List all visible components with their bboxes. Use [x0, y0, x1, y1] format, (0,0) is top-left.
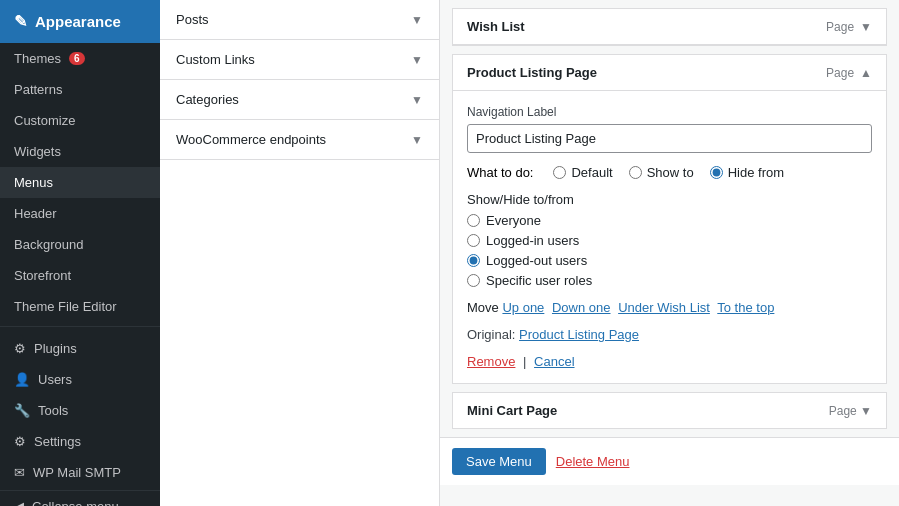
wish-list-card-header[interactable]: Wish List Page ▼ [453, 9, 886, 45]
sidebar-item-label: Users [38, 372, 72, 387]
sidebar-item-settings[interactable]: ⚙ Settings [0, 424, 160, 455]
original-link[interactable]: Product Listing Page [519, 327, 639, 342]
radio-specific-roles[interactable]: Specific user roles [467, 273, 872, 288]
mini-cart-title: Mini Cart Page [467, 403, 557, 418]
radio-specific-roles-input[interactable] [467, 274, 480, 287]
accordion-categories-header[interactable]: Categories ▼ [160, 80, 439, 119]
chevron-down-icon: ▼ [411, 13, 423, 27]
save-menu-button[interactable]: Save Menu [452, 448, 546, 475]
show-hide-label: Show/Hide to/from [467, 192, 872, 207]
mini-cart-type: Page [829, 404, 857, 418]
chevron-down-icon: ▼ [860, 20, 872, 34]
radio-everyone-input[interactable] [467, 214, 480, 227]
sidebar-item-users[interactable]: 👤 Users [0, 362, 160, 393]
product-listing-card-header[interactable]: Product Listing Page Page ▲ [453, 55, 886, 91]
sidebar-item-customize[interactable]: Customize [0, 105, 160, 136]
radio-show-to-input[interactable] [629, 166, 642, 179]
sidebar-header[interactable]: ✎ Appearance [0, 0, 160, 43]
accordion-woocommerce-header[interactable]: WooCommerce endpoints ▼ [160, 120, 439, 159]
show-hide-group: Show/Hide to/from Everyone Logged-in use… [467, 192, 872, 288]
move-to-top-link[interactable]: To the top [717, 300, 774, 315]
chevron-up-icon: ▲ [860, 66, 872, 80]
sidebar-item-tools[interactable]: 🔧 Tools [0, 393, 160, 424]
sidebar-item-theme-file-editor[interactable]: Theme File Editor [0, 291, 160, 322]
mail-icon: ✉ [14, 465, 25, 480]
accordion-custom-links: Custom Links ▼ [160, 40, 439, 80]
sidebar-item-label: Widgets [14, 144, 61, 159]
accordion-posts-header[interactable]: Posts ▼ [160, 0, 439, 39]
sidebar-item-wp-mail-smtp[interactable]: ✉ WP Mail SMTP [0, 455, 160, 486]
sidebar-item-label: Customize [14, 113, 75, 128]
accordion-categories-label: Categories [176, 92, 239, 107]
cancel-link[interactable]: Cancel [534, 354, 574, 369]
sidebar-divider [0, 326, 160, 327]
accordion-posts: Posts ▼ [160, 0, 439, 40]
move-under-wish-list-link[interactable]: Under Wish List [618, 300, 710, 315]
radio-default-label: Default [571, 165, 612, 180]
appearance-icon: ✎ [14, 12, 27, 31]
sidebar-item-label: Storefront [14, 268, 71, 283]
sidebar-item-plugins[interactable]: ⚙ Plugins [0, 331, 160, 362]
sidebar-item-menus[interactable]: Menus [0, 167, 160, 198]
bottom-bar: Save Menu Delete Menu [440, 437, 899, 485]
sidebar-item-label: Settings [34, 434, 81, 449]
what-to-do-options: What to do: Default Show to Hide from [467, 165, 872, 180]
main-content: Posts ▼ Custom Links ▼ Categories ▼ WooC… [160, 0, 899, 506]
product-listing-card-body: Navigation Label What to do: Default Sho… [453, 91, 886, 383]
accordion-custom-links-label: Custom Links [176, 52, 255, 67]
accordion-categories: Categories ▼ [160, 80, 439, 120]
chevron-down-icon: ▼ [411, 133, 423, 147]
what-to-do-label: What to do: [467, 165, 533, 180]
sidebar-item-themes[interactable]: Themes 6 [0, 43, 160, 74]
wish-list-card: Wish List Page ▼ [452, 8, 887, 46]
collapse-label: Collapse menu [32, 499, 119, 506]
accordion-woocommerce-label: WooCommerce endpoints [176, 132, 326, 147]
radio-everyone[interactable]: Everyone [467, 213, 872, 228]
sidebar-item-background[interactable]: Background [0, 229, 160, 260]
wish-list-title: Wish List [467, 19, 525, 34]
radio-logged-out[interactable]: Logged-out users [467, 253, 872, 268]
sidebar-item-storefront[interactable]: Storefront [0, 260, 160, 291]
radio-show-to[interactable]: Show to [629, 165, 694, 180]
mini-cart-card: Mini Cart Page Page ▼ [452, 392, 887, 429]
sidebar-item-label: Background [14, 237, 83, 252]
radio-default-input[interactable] [553, 166, 566, 179]
radio-logged-out-label: Logged-out users [486, 253, 587, 268]
sidebar-item-widgets[interactable]: Widgets [0, 136, 160, 167]
move-up-one-link[interactable]: Up one [502, 300, 544, 315]
nav-label-input[interactable] [467, 124, 872, 153]
sidebar-item-label: WP Mail SMTP [33, 465, 121, 480]
accordion-custom-links-header[interactable]: Custom Links ▼ [160, 40, 439, 79]
sidebar-item-label: Patterns [14, 82, 62, 97]
radio-hide-from-input[interactable] [710, 166, 723, 179]
collapse-menu-button[interactable]: ◀ Collapse menu [0, 490, 160, 506]
product-listing-card: Product Listing Page Page ▲ Navigation L… [452, 54, 887, 384]
wish-list-type: Page [826, 20, 854, 34]
remove-link[interactable]: Remove [467, 354, 515, 369]
radio-logged-in-input[interactable] [467, 234, 480, 247]
chevron-down-icon: ▼ [860, 404, 872, 418]
product-listing-header-right: Page ▲ [826, 66, 872, 80]
left-panel: Posts ▼ Custom Links ▼ Categories ▼ WooC… [160, 0, 440, 506]
settings-icon: ⚙ [14, 434, 26, 449]
move-down-one-link[interactable]: Down one [552, 300, 611, 315]
sidebar-item-header[interactable]: Header [0, 198, 160, 229]
mini-cart-card-header[interactable]: Mini Cart Page Page ▼ [453, 393, 886, 428]
radio-logged-in[interactable]: Logged-in users [467, 233, 872, 248]
radio-default[interactable]: Default [553, 165, 612, 180]
radio-show-to-label: Show to [647, 165, 694, 180]
wish-list-header-right: Page ▼ [826, 20, 872, 34]
delete-menu-button[interactable]: Delete Menu [556, 454, 630, 469]
sidebar-item-label: Menus [14, 175, 53, 190]
radio-logged-in-label: Logged-in users [486, 233, 579, 248]
accordion-woocommerce: WooCommerce endpoints ▼ [160, 120, 439, 160]
radio-specific-roles-label: Specific user roles [486, 273, 592, 288]
radio-hide-from[interactable]: Hide from [710, 165, 784, 180]
sidebar-item-label: Plugins [34, 341, 77, 356]
sidebar-item-label: Themes [14, 51, 61, 66]
action-links: Remove | Cancel [467, 354, 872, 369]
radio-logged-out-input[interactable] [467, 254, 480, 267]
sidebar-item-patterns[interactable]: Patterns [0, 74, 160, 105]
move-label: Move [467, 300, 499, 315]
tools-icon: 🔧 [14, 403, 30, 418]
